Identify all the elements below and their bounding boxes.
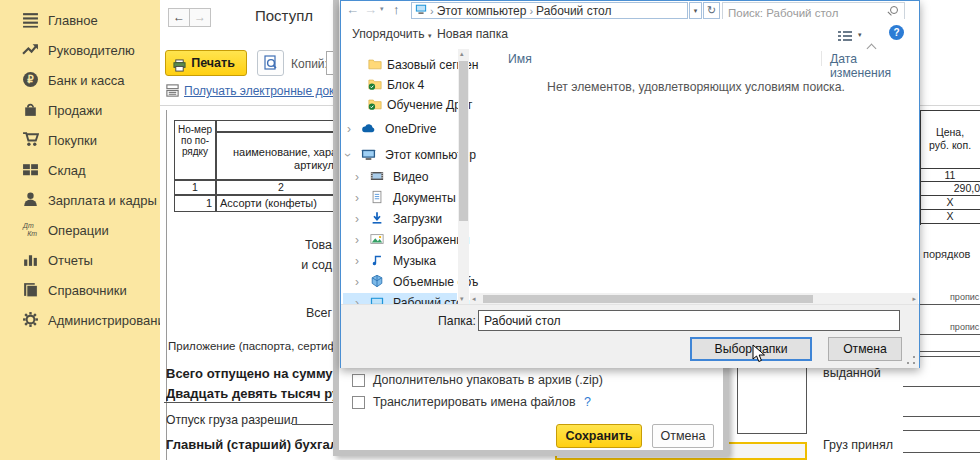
doc-vsego: Всег	[240, 306, 332, 320]
save-button[interactable]: Сохранить	[556, 424, 642, 448]
tree-item-obuchenie[interactable]: Обучение Дрог	[343, 95, 457, 114]
sidebar-item-sales[interactable]: Продажи	[0, 95, 160, 125]
chevron-right-icon[interactable]: ›	[355, 233, 359, 247]
tree-item-bazovy-segment[interactable]: Базовый сегмен	[343, 55, 457, 74]
address-dropdown-button[interactable]: ▾	[689, 2, 702, 19]
scrollbar-thumb[interactable]	[483, 295, 813, 303]
chevron-right-icon[interactable]: ›	[355, 254, 359, 268]
up-icon[interactable]: ↑	[393, 2, 400, 17]
tree-item-videos[interactable]: › Видео	[343, 167, 457, 186]
sidebar-item-bank[interactable]: ₽ Банк и касса	[0, 65, 160, 95]
tree-item-this-pc[interactable]: › Этот компьютер	[343, 145, 457, 164]
sidebar-item-label: Главное	[48, 13, 98, 28]
folder-name-input[interactable]	[478, 310, 900, 331]
onedrive-icon	[361, 121, 375, 135]
tree-item-documents[interactable]: › Документы	[343, 188, 457, 207]
sidebar-item-label: Покупки	[48, 133, 97, 148]
forward-button[interactable]: →	[189, 8, 211, 27]
menu-icon	[22, 11, 39, 28]
view-dropdown-icon[interactable]: ▾	[858, 31, 862, 39]
column-separator	[821, 51, 822, 66]
sidebar-item-reports[interactable]: Отчеты	[0, 245, 160, 275]
back-button[interactable]: ←	[168, 8, 190, 27]
doc-tovar: Това	[240, 238, 332, 252]
tree-item-downloads[interactable]: › Загрузки	[343, 209, 457, 228]
empty-folder-message: Нет элементов, удовлетворяющих условиям …	[491, 80, 901, 94]
print-button[interactable]: Печать	[165, 50, 247, 76]
chevron-right-icon[interactable]: ›	[355, 212, 359, 226]
doc-isod: и сод	[240, 258, 332, 272]
cancel-button[interactable]: Отмена	[828, 337, 902, 361]
tree-item-music[interactable]: › Музыка	[343, 251, 457, 270]
column-header-date[interactable]: Дата изменения	[830, 52, 919, 80]
tree-item-pictures[interactable]: › Изображения	[343, 230, 457, 249]
table-border	[920, 223, 980, 224]
tree-item-blok-4[interactable]: Блок 4	[343, 75, 457, 94]
chevron-right-icon[interactable]: ›	[355, 170, 359, 184]
tree-item-3d-objects[interactable]: › Объемные объ	[343, 272, 457, 291]
doc-total-underline	[164, 387, 333, 403]
person-icon	[22, 191, 39, 208]
breadcrumb[interactable]: › Этот компьютер › Рабочий стол	[411, 2, 688, 19]
breadcrumb-item[interactable]: Рабочий стол	[536, 4, 611, 18]
page-title: Поступл	[255, 7, 313, 24]
tree-item-onedrive[interactable]: › OneDrive	[343, 119, 457, 138]
back-icon[interactable]: ←	[346, 2, 359, 17]
folder-picker-dialog: ← → ▾ ↑ › Этот компьютер › Рабочий стол …	[340, 0, 920, 368]
recent-dropdown-icon[interactable]: ▾	[380, 5, 384, 13]
preview-button[interactable]	[257, 50, 284, 76]
organize-menu[interactable]: Упорядочить ▾	[352, 27, 431, 41]
mouse-cursor	[752, 344, 767, 365]
new-folder-button[interactable]: Новая папка	[437, 27, 508, 41]
choose-folder-button[interactable]: Выбор папки	[690, 337, 812, 361]
search-input[interactable]	[723, 6, 904, 21]
sidebar-item-directories[interactable]: Справочники	[0, 275, 160, 305]
sidebar-item-purchases[interactable]: Покупки	[0, 125, 160, 155]
chevron-expanded-icon[interactable]: ›	[341, 153, 355, 157]
scroll-down-icon[interactable]: ▾	[460, 295, 464, 303]
sidebar-item-hr[interactable]: Зарплата и кадры	[0, 185, 160, 215]
sidebar-item-administration[interactable]: Администрирование	[0, 305, 160, 335]
signature-line	[903, 421, 980, 431]
refresh-button[interactable]: ↻	[703, 2, 720, 19]
edocs-link[interactable]: Получать электронные докум	[184, 84, 349, 98]
chevron-right-icon[interactable]: ›	[355, 191, 359, 205]
tree-scrollbar[interactable]: ▴ ▾	[458, 49, 469, 304]
breadcrumb-item[interactable]: Этот компьютер	[437, 4, 527, 18]
help-button[interactable]: ?	[889, 25, 904, 40]
pictures-icon	[370, 232, 384, 246]
price-value: 290,0	[920, 182, 980, 194]
svg-text:Кт: Кт	[27, 230, 37, 237]
scroll-up-icon[interactable]: ▴	[460, 50, 464, 58]
bar-chart-icon	[22, 251, 39, 268]
view-list-icon[interactable]	[837, 28, 853, 46]
folder-label: Папка:	[438, 314, 476, 328]
zip-checkbox[interactable]	[352, 374, 365, 387]
sidebar-item-label: Руководителю	[48, 43, 135, 58]
sidebar-item-operations[interactable]: ДтКт Операции	[0, 215, 160, 245]
sidebar-item-label: Зарплата и кадры	[48, 193, 157, 208]
sidebar-item-warehouse[interactable]: Склад	[0, 155, 160, 185]
doc-glavbuh: Главный (старший) бухгалте	[166, 437, 333, 452]
column-header-name[interactable]: Имя	[508, 52, 532, 66]
back-icon: ←	[173, 10, 185, 24]
cancel-button[interactable]: Отмена	[652, 424, 714, 448]
sidebar-item-manager[interactable]: Руководителю	[0, 35, 160, 65]
translit-checkbox[interactable]	[352, 396, 365, 409]
horizontal-scrollbar[interactable]: ◂ ▸	[470, 293, 918, 304]
scroll-left-icon[interactable]: ◂	[472, 295, 476, 303]
sidebar-item-label: Банк и касса	[48, 73, 125, 88]
forward-icon[interactable]: →	[364, 2, 377, 17]
chevron-right-icon[interactable]: ›	[355, 275, 359, 289]
chevron-right-icon[interactable]: ›	[347, 122, 351, 136]
sidebar-item-main[interactable]: Главное	[0, 5, 160, 35]
row-num: 1	[174, 195, 216, 212]
resize-grip[interactable]	[907, 356, 915, 364]
dialog-footer: Папка: Выбор папки Отмена	[341, 304, 919, 368]
desktop-mini-icon	[415, 3, 427, 18]
scrollbar-thumb[interactable]	[459, 61, 468, 221]
scroll-right-icon[interactable]: ▸	[912, 295, 916, 303]
doc-otpusk: Отпуск груза разрешил	[166, 413, 298, 427]
translit-help-link[interactable]: ?	[584, 395, 591, 409]
book-icon	[22, 281, 39, 298]
